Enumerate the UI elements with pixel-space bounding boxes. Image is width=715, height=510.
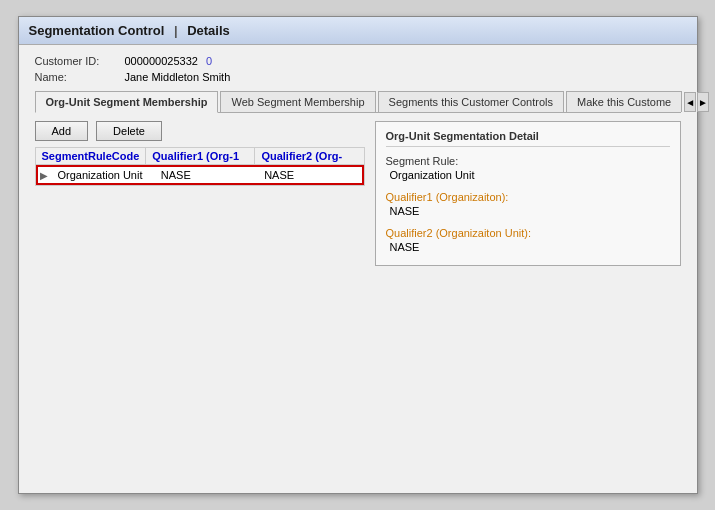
left-panel: Add Delete SegmentRuleCode Qualifier1 (O… bbox=[35, 121, 365, 266]
table-header: SegmentRuleCode Qualifier1 (Org-1 Qualif… bbox=[36, 148, 364, 165]
button-row: Add Delete bbox=[35, 121, 365, 141]
name-label: Name: bbox=[35, 71, 125, 83]
tab-make[interactable]: Make this Custome bbox=[566, 91, 682, 112]
add-button[interactable]: Add bbox=[35, 121, 89, 141]
customer-id-value: 000000025332 bbox=[125, 55, 198, 67]
tab-prev-button[interactable]: ◄ bbox=[684, 92, 696, 112]
segment-rule-value: Organization Unit bbox=[386, 169, 670, 181]
col-header-qualifier1[interactable]: Qualifier1 (Org-1 bbox=[146, 148, 255, 164]
delete-button[interactable]: Delete bbox=[96, 121, 162, 141]
tab-web-segment[interactable]: Web Segment Membership bbox=[220, 91, 375, 112]
row-expand-icon: ▶ bbox=[38, 170, 52, 181]
tab-org-unit[interactable]: Org-Unit Segment Membership bbox=[35, 91, 219, 113]
main-body: Add Delete SegmentRuleCode Qualifier1 (O… bbox=[35, 121, 681, 266]
cell-qualifier1: NASE bbox=[155, 167, 258, 183]
segment-rule-label: Segment Rule: bbox=[386, 155, 670, 167]
title-separator: | bbox=[174, 23, 178, 38]
customer-id-row: Customer ID: 000000025332 0 bbox=[35, 55, 681, 67]
right-panel: Org-Unit Segmentation Detail Segment Rul… bbox=[375, 121, 681, 266]
qualifier2-label: Qualifier2 (Organizaiton Unit): bbox=[386, 227, 670, 239]
qualifier1-value: NASE bbox=[386, 205, 670, 217]
window-title: Segmentation Control bbox=[29, 23, 165, 38]
customer-id-zero: 0 bbox=[206, 55, 212, 67]
col-header-segment-rule[interactable]: SegmentRuleCode bbox=[36, 148, 147, 164]
cell-qualifier2: NASE bbox=[258, 167, 361, 183]
segment-table: SegmentRuleCode Qualifier1 (Org-1 Qualif… bbox=[35, 147, 365, 186]
name-row: Name: Jane Middleton Smith bbox=[35, 71, 681, 83]
tab-next-button[interactable]: ► bbox=[697, 92, 709, 112]
qualifier2-value: NASE bbox=[386, 241, 670, 253]
main-window: Segmentation Control | Details Customer … bbox=[18, 16, 698, 494]
tab-controls[interactable]: Segments this Customer Controls bbox=[378, 91, 564, 112]
content-area: Customer ID: 000000025332 0 Name: Jane M… bbox=[19, 45, 697, 276]
title-bar: Segmentation Control | Details bbox=[19, 17, 697, 45]
right-panel-title: Org-Unit Segmentation Detail bbox=[386, 130, 670, 147]
window-subtitle: Details bbox=[187, 23, 230, 38]
customer-id-label: Customer ID: bbox=[35, 55, 125, 67]
qualifier1-label: Qualifier1 (Organizaiton): bbox=[386, 191, 670, 203]
table-row[interactable]: ▶ Organization Unit NASE NASE bbox=[36, 165, 364, 185]
name-value: Jane Middleton Smith bbox=[125, 71, 231, 83]
cell-segment-rule-code: Organization Unit bbox=[52, 167, 155, 183]
col-header-qualifier2[interactable]: Qualifier2 (Org- bbox=[255, 148, 363, 164]
tabs-bar: Org-Unit Segment Membership Web Segment … bbox=[35, 91, 681, 113]
